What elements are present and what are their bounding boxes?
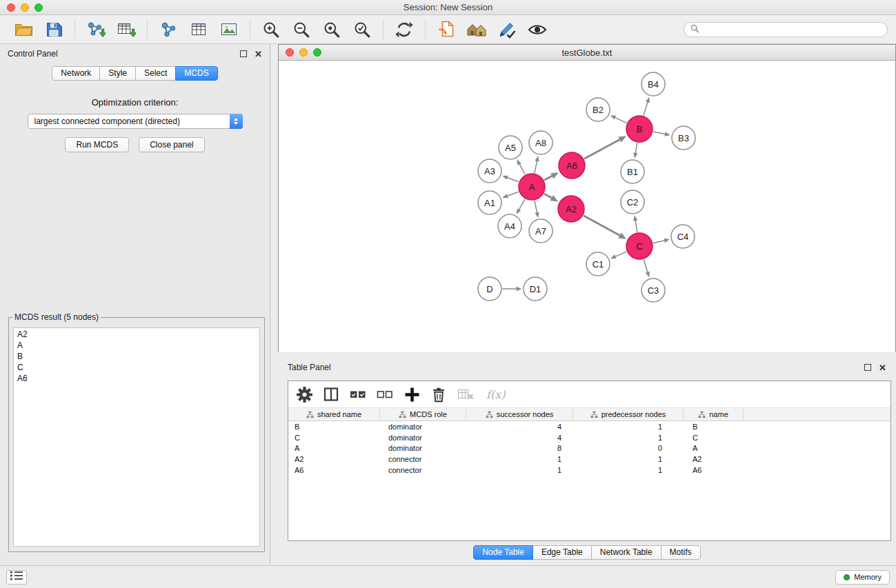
cell[interactable]: B xyxy=(288,423,380,431)
cell[interactable]: C xyxy=(684,434,744,442)
graph-node-A1[interactable]: A1 xyxy=(478,191,501,214)
graph-node-D1[interactable]: D1 xyxy=(524,277,547,301)
graph-node-B4[interactable]: B4 xyxy=(641,72,665,96)
graph-edge-A-A5[interactable] xyxy=(517,159,525,174)
cell[interactable]: 0 xyxy=(573,444,684,452)
cell[interactable]: B xyxy=(684,423,744,431)
function-builder-icon[interactable]: f(x) xyxy=(486,388,505,401)
close-panel-icon[interactable]: ✕ xyxy=(255,50,262,59)
eye-icon[interactable] xyxy=(522,17,552,42)
graph-edge-C-C1[interactable] xyxy=(610,252,626,258)
graph-edge-D-D1[interactable] xyxy=(503,287,522,291)
graph-node-D[interactable]: D xyxy=(478,277,501,301)
cell[interactable]: 1 xyxy=(466,466,573,474)
deselect-all-icon[interactable] xyxy=(376,385,394,403)
mcds-result-item[interactable]: A6 xyxy=(17,373,256,384)
zoom-out-icon[interactable] xyxy=(286,17,317,42)
table-row[interactable]: Bdominator41B xyxy=(288,421,890,432)
graph-node-B3[interactable]: B3 xyxy=(672,126,695,150)
float-panel-icon[interactable] xyxy=(240,50,247,57)
table-row[interactable]: A2connector11A2 xyxy=(288,454,890,465)
cell[interactable]: A6 xyxy=(684,466,744,474)
task-history-button[interactable] xyxy=(6,570,27,585)
graph-edge-B-B4[interactable] xyxy=(644,97,650,116)
cell[interactable]: dominator xyxy=(380,423,466,431)
fullscreen-window-button[interactable] xyxy=(34,3,43,12)
tab-style[interactable]: Style xyxy=(99,66,136,81)
cell[interactable]: A2 xyxy=(288,455,380,463)
run-mcds-button[interactable]: Run MCDS xyxy=(65,137,129,152)
cell[interactable]: 8 xyxy=(466,444,573,452)
export-document-icon[interactable] xyxy=(431,17,461,42)
tab-select[interactable]: Select xyxy=(135,66,176,81)
graph-edge-C-C4[interactable] xyxy=(653,239,670,243)
import-network-icon[interactable] xyxy=(81,17,111,42)
graph-node-B1[interactable]: B1 xyxy=(621,160,644,183)
cell[interactable]: dominator xyxy=(380,434,466,442)
new-network-icon[interactable] xyxy=(153,17,183,42)
cell[interactable]: connector xyxy=(380,466,466,474)
cell[interactable]: 1 xyxy=(573,455,684,463)
cell[interactable]: 4 xyxy=(466,434,573,442)
zoom-fit-icon[interactable] xyxy=(317,17,347,42)
close-panel-button[interactable]: Close panel xyxy=(139,137,204,152)
import-table-icon[interactable] xyxy=(111,17,141,42)
delete-row-icon[interactable] xyxy=(430,385,448,403)
mcds-result-item[interactable]: C xyxy=(17,362,256,373)
cell[interactable]: A xyxy=(288,444,380,452)
graph-edge-A-A1[interactable] xyxy=(502,192,519,198)
mcds-result-item[interactable]: A2 xyxy=(17,329,256,340)
graph-edge-B-B3[interactable] xyxy=(653,132,670,136)
table-row[interactable]: Adominator80A xyxy=(288,443,890,454)
zoom-selected-icon[interactable] xyxy=(347,17,377,42)
columns-icon[interactable] xyxy=(322,385,340,403)
tab-mcds[interactable]: MCDS xyxy=(175,66,217,81)
cell[interactable]: connector xyxy=(380,455,466,463)
cell[interactable]: 1 xyxy=(573,466,684,474)
save-session-icon[interactable] xyxy=(39,17,69,42)
graph-edge-C-C2[interactable] xyxy=(633,215,637,232)
cell[interactable]: 1 xyxy=(466,455,573,463)
cell[interactable]: dominator xyxy=(380,444,466,452)
mcds-result-item[interactable]: A xyxy=(17,340,256,351)
open-session-icon[interactable] xyxy=(8,17,39,42)
new-table-icon[interactable] xyxy=(183,17,214,42)
network-zoom-button[interactable] xyxy=(313,48,321,57)
refresh-icon[interactable] xyxy=(389,17,419,42)
graph-node-A3[interactable]: A3 xyxy=(478,159,501,183)
table-row[interactable]: A6connector11A6 xyxy=(288,465,890,476)
graph-node-A5[interactable]: A5 xyxy=(499,136,522,159)
network-canvas[interactable]: B4B2BB3A5A8A6B1A3AC2A1A2A4A7C4CC1C3DD1 xyxy=(279,61,895,352)
close-window-button[interactable] xyxy=(7,3,15,12)
table-float-panel-icon[interactable] xyxy=(864,364,871,371)
cell[interactable]: C xyxy=(288,434,380,442)
graph-edge-A-A3[interactable] xyxy=(502,176,519,182)
graph-edge-A2-C[interactable] xyxy=(584,216,626,239)
graph-node-C3[interactable]: C3 xyxy=(641,278,665,302)
column-header-predecessor-nodes[interactable]: predecessor nodes xyxy=(573,408,684,420)
cell[interactable]: 4 xyxy=(466,423,573,431)
annotation-check-icon[interactable] xyxy=(492,17,522,42)
cell[interactable]: A xyxy=(684,444,744,452)
delete-table-icon[interactable] xyxy=(457,385,475,403)
graph-edge-B-B2[interactable] xyxy=(610,115,627,123)
select-all-icon[interactable] xyxy=(349,385,367,403)
graph-edge-A-A4[interactable] xyxy=(517,199,525,214)
criterion-dropdown[interactable]: largest connected component (directed) xyxy=(28,114,243,129)
column-header-name[interactable]: name xyxy=(684,408,744,420)
graph-node-C1[interactable]: C1 xyxy=(586,252,610,276)
search-input[interactable] xyxy=(699,24,881,34)
tab-node-table[interactable]: Node Table xyxy=(473,545,533,560)
graph-node-A6[interactable]: A6 xyxy=(559,152,585,179)
cell[interactable]: A6 xyxy=(288,466,380,474)
column-header-MCDS-role[interactable]: MCDS role xyxy=(380,408,466,420)
search-box[interactable] xyxy=(684,22,888,37)
zoom-in-icon[interactable] xyxy=(256,17,286,42)
table-close-panel-icon[interactable]: ✕ xyxy=(879,363,886,372)
graph-node-A[interactable]: A xyxy=(519,174,545,200)
graph-edge-A-A6[interactable] xyxy=(544,172,559,180)
graph-node-C[interactable]: C xyxy=(626,233,653,259)
cell[interactable]: 1 xyxy=(573,434,684,442)
add-row-icon[interactable] xyxy=(403,385,421,403)
graph-node-A4[interactable]: A4 xyxy=(498,214,521,238)
